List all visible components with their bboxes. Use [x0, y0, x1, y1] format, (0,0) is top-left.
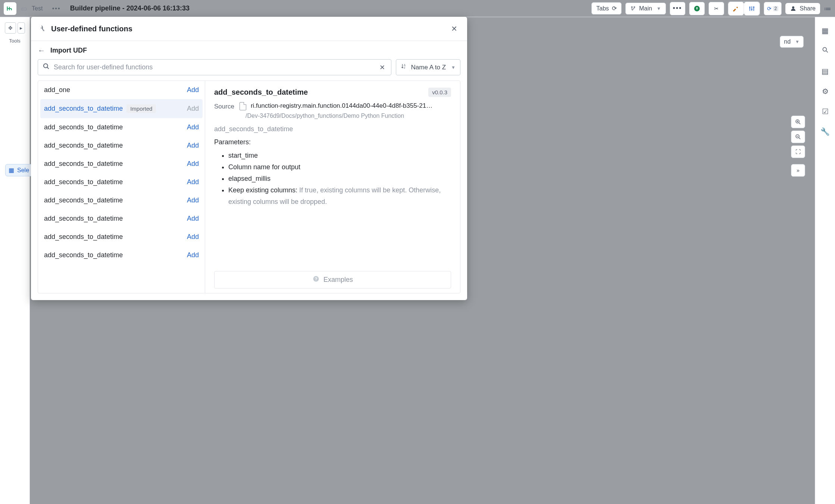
caret-down-icon: ▼ — [795, 39, 800, 44]
file-icon — [240, 102, 246, 110]
function-list-item[interactable]: add_seconds_to_datetimeAdd — [38, 136, 205, 155]
function-list-item[interactable]: add_seconds_to_datetimeImportedAdd — [40, 99, 203, 118]
collapse-icon[interactable]: » — [791, 164, 805, 177]
table-icon: ▦ — [9, 167, 14, 174]
function-list-item[interactable]: add_seconds_to_datetimeAdd — [38, 118, 205, 136]
add-link[interactable]: Add — [187, 196, 199, 204]
app-logo[interactable] — [4, 2, 16, 15]
svg-point-3 — [753, 6, 754, 7]
page-title: Builder pipeline - 2024-06-06 16:13:33 — [70, 4, 190, 12]
source-path: /Dev-3476d9/Docs/python_functions/Demo P… — [246, 113, 451, 119]
help-icon: ? — [312, 275, 320, 284]
modal-header: User-defined functions ✕ — [31, 17, 467, 41]
search-icon[interactable] — [822, 46, 829, 56]
breadcrumb-parent[interactable]: Test — [32, 5, 43, 12]
share-label: Share — [800, 5, 816, 12]
calendar-icon[interactable]: ▤ — [822, 67, 829, 76]
parameter-item: elapsed_millis — [228, 173, 451, 185]
close-icon[interactable]: ✕ — [449, 23, 460, 35]
detail-title: add_seconds_to_datetime — [214, 88, 308, 97]
svg-point-2 — [751, 9, 752, 10]
function-name: add_one — [44, 86, 70, 94]
back-arrow-icon[interactable]: ← — [38, 46, 45, 55]
cursor-icon[interactable]: ▸ — [18, 22, 25, 34]
source-label: Source — [214, 102, 234, 110]
share-button[interactable]: Share — [785, 3, 820, 14]
move-icon[interactable]: ✥ — [5, 22, 16, 34]
checklist-icon[interactable]: ☑ — [822, 107, 829, 116]
imported-tag: Imported — [126, 104, 156, 113]
search-input[interactable] — [54, 63, 374, 71]
caret-down-icon: ▼ — [657, 6, 661, 11]
function-name: add_seconds_to_datetime — [44, 178, 123, 186]
parameters-heading: Parameters: — [214, 138, 451, 146]
clear-search-icon[interactable]: ✕ — [378, 63, 387, 72]
svg-text:?: ? — [315, 276, 317, 281]
function-icon — [38, 25, 47, 33]
svg-text:A: A — [404, 64, 406, 66]
function-list-item[interactable]: add_oneAdd — [38, 81, 205, 99]
function-list-item[interactable]: add_seconds_to_datetimeAdd — [38, 246, 205, 264]
import-title: Import UDF — [50, 47, 87, 54]
add-link[interactable]: Add — [187, 215, 199, 223]
top-bar: ▭ Test › ••• › Builder pipeline - 2024-0… — [0, 0, 835, 17]
search-box: ✕ — [38, 59, 391, 75]
chevron-right-icon: › — [46, 5, 48, 12]
add-link[interactable]: Add — [187, 86, 199, 94]
add-link[interactable]: Add — [187, 178, 199, 186]
add-link[interactable]: Add — [187, 123, 199, 131]
tabs-button[interactable]: Tabs ⟳ — [591, 2, 622, 15]
wrench-icon[interactable]: 🔧 — [820, 127, 830, 136]
modal-title: User-defined functions — [51, 25, 132, 33]
add-link[interactable]: Add — [187, 160, 199, 168]
sort-dropdown[interactable]: AZ Name A to Z ▼ — [396, 59, 460, 75]
branch-label: Main — [639, 5, 652, 12]
udf-modal: User-defined functions ✕ ← Import UDF ✕ … — [31, 17, 467, 300]
top-actions: Tabs ⟳ Main ▼ ••• ✂ ⟳ — [591, 1, 831, 16]
examples-button[interactable]: ? Examples — [214, 271, 451, 289]
function-list[interactable]: add_oneAddadd_seconds_to_datetimeImporte… — [38, 81, 205, 293]
zoom-out-icon[interactable] — [791, 130, 805, 143]
sliders-icon[interactable] — [744, 2, 760, 15]
zoom-in-icon[interactable] — [791, 116, 805, 128]
focus-icon[interactable]: ⛶ — [791, 145, 805, 158]
function-list-item[interactable]: add_seconds_to_datetimeAdd — [38, 173, 205, 191]
function-list-item[interactable]: add_seconds_to_datetimeAdd — [38, 191, 205, 210]
caret-down-icon: ▼ — [451, 65, 456, 70]
version-chip: v0.0.3 — [428, 88, 451, 97]
panel-icon[interactable]: ▦ — [822, 26, 829, 35]
panel-body: add_oneAddadd_seconds_to_datetimeImporte… — [38, 81, 460, 293]
function-list-item[interactable]: add_seconds_to_datetimeAdd — [38, 210, 205, 228]
branch-button[interactable]: Main ▼ — [625, 3, 666, 15]
scissors-icon[interactable]: ✂ — [709, 2, 724, 15]
menu-icon[interactable]: ≔ — [824, 4, 831, 13]
parameter-list: start_timeColumn name for outputelapsed_… — [214, 150, 451, 208]
add-link[interactable]: Add — [187, 251, 199, 259]
hammer-icon[interactable] — [728, 2, 744, 15]
sliders-icon[interactable]: ⚙ — [822, 87, 829, 96]
more-icon[interactable]: ••• — [670, 2, 685, 15]
expand-button[interactable]: nd ▼ — [780, 36, 804, 48]
breadcrumb-more-icon[interactable]: ••• — [52, 5, 61, 12]
refresh-count-button[interactable]: ⟳ 2 — [764, 2, 782, 15]
function-name: add_seconds_to_datetime — [44, 251, 123, 259]
folder-icon: ▭ — [21, 4, 27, 13]
add-link[interactable]: Add — [187, 142, 199, 149]
examples-label: Examples — [323, 276, 353, 284]
breadcrumb: Test › ••• › Builder pipeline - 2024-06-… — [32, 4, 199, 13]
svg-point-1 — [749, 7, 750, 8]
add-link[interactable]: Add — [187, 105, 199, 113]
select-label: Sele — [17, 167, 29, 174]
star-icon[interactable]: ☆ — [193, 4, 199, 13]
function-list-item[interactable]: add_seconds_to_datetimeAdd — [38, 155, 205, 173]
source-rid[interactable]: ri.function-registry.main.function.0144d… — [251, 102, 432, 110]
upload-icon[interactable] — [689, 2, 705, 15]
svg-point-4 — [823, 47, 826, 51]
add-link[interactable]: Add — [187, 233, 199, 241]
function-list-item[interactable]: add_seconds_to_datetimeAdd — [38, 228, 205, 246]
select-button[interactable]: ▦ Sele — [5, 164, 32, 176]
svg-point-7 — [44, 64, 48, 68]
function-name: add_seconds_to_datetime — [44, 105, 123, 113]
function-name: add_seconds_to_datetime — [44, 233, 123, 241]
tools-label: Tools — [9, 38, 20, 44]
